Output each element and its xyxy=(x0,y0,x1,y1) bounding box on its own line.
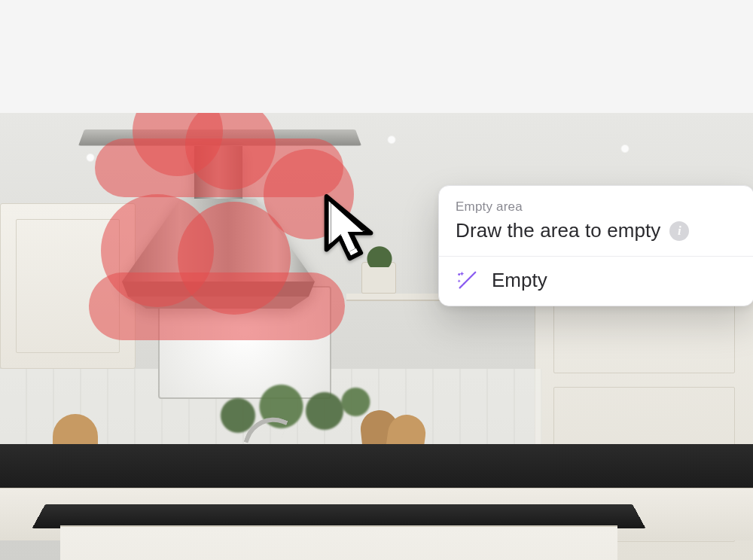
svg-point-7 xyxy=(458,273,460,275)
svg-marker-2 xyxy=(122,282,315,297)
hood-ceiling-plate xyxy=(78,129,361,146)
potted-plant xyxy=(361,262,396,294)
empty-action-button[interactable]: Empty xyxy=(439,257,753,306)
range-hood xyxy=(113,146,324,312)
range-hood-shape-icon xyxy=(113,146,324,312)
panel-section-label: Empty area xyxy=(456,199,737,215)
image-canvas[interactable] xyxy=(0,113,753,560)
svg-marker-3 xyxy=(128,297,309,309)
empty-area-panel: Empty area Draw the area to empty i Empt… xyxy=(438,185,753,306)
info-icon[interactable]: i xyxy=(669,221,689,241)
island-front xyxy=(60,525,617,560)
panel-instruction-row: Draw the area to empty i xyxy=(456,219,737,242)
top-blank-bar xyxy=(0,0,753,113)
panel-instruction-text: Draw the area to empty xyxy=(456,219,660,242)
empty-action-label: Empty xyxy=(492,269,547,292)
svg-marker-1 xyxy=(122,199,315,282)
countertop xyxy=(0,444,753,489)
editor-stage: Empty area Draw the area to empty i Empt… xyxy=(0,0,753,560)
svg-rect-0 xyxy=(194,146,242,202)
panel-header: Empty area Draw the area to empty i xyxy=(439,186,753,256)
magic-wand-icon xyxy=(456,269,478,292)
